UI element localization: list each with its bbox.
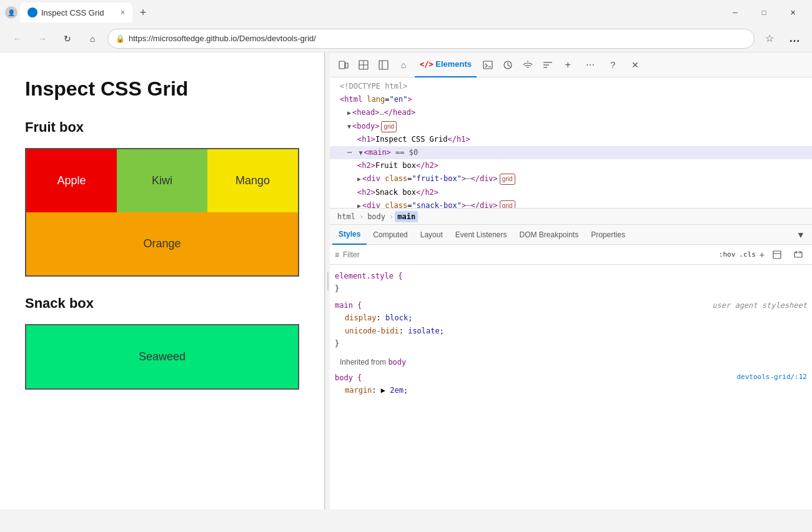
main-rule: main { user agent stylesheet display: bl… (335, 299, 807, 350)
snack-grid: Seaweed (25, 324, 299, 390)
minimize-button[interactable]: ─ (721, 2, 750, 22)
inherited-body-link[interactable]: body (388, 358, 406, 367)
fruit-kiwi: Kiwi (117, 149, 207, 212)
close-button[interactable]: ✕ (778, 2, 807, 22)
more-button[interactable]: … (785, 29, 805, 49)
browser-chrome: 👤 Inspect CSS Grid × + ─ □ ✕ ← → ↻ ⌂ 🔒 h… (0, 0, 812, 52)
svg-rect-1 (345, 63, 348, 68)
address-bar: ← → ↻ ⌂ 🔒 https://microsoftedge.github.i… (0, 25, 812, 52)
tab-close-button[interactable]: × (121, 8, 125, 17)
breadcrumb-main[interactable]: main (395, 211, 418, 222)
main-line[interactable]: ⋯ ▼<main> == $0 (330, 146, 812, 159)
tab-dom-breakpoints[interactable]: DOM Breakpoints (513, 225, 585, 245)
application-button[interactable] (539, 56, 557, 74)
breadcrumb-html[interactable]: html (335, 211, 358, 222)
window-controls: ─ □ ✕ (721, 2, 807, 22)
elements-tab[interactable]: </> Elements (415, 52, 477, 77)
svg-rect-0 (339, 61, 345, 69)
device-emulation-button[interactable] (335, 56, 352, 74)
div-snack-line[interactable]: ▶<div class="snack-box">⋯</div>grid (330, 199, 812, 209)
tab-layout[interactable]: Layout (414, 225, 449, 245)
devtools-panel: ⌂ </> Elements + ⋯ ? ✕ (330, 52, 812, 510)
svg-rect-16 (795, 252, 802, 257)
tab-styles[interactable]: Styles (332, 225, 367, 245)
devtools-toolbar: ⌂ </> Elements + ⋯ ? ✕ (330, 52, 812, 77)
back-button[interactable]: ← (7, 29, 27, 49)
page-main-title: Inspect CSS Grid (25, 77, 299, 101)
favorites-button[interactable]: ☆ (760, 29, 780, 49)
forward-button[interactable]: → (32, 29, 52, 49)
div-fruit-line[interactable]: ▶<div class="fruit-box">⋯</div>grid (330, 172, 812, 185)
main-layout: Inspect CSS Grid Fruit box Apple Kiwi Ma… (0, 52, 812, 510)
tab-bar: Inspect CSS Grid × + (17, 1, 155, 24)
console-button[interactable] (479, 56, 497, 74)
panel-tabs-more[interactable]: ▼ (792, 226, 810, 244)
tab-title: Inspect CSS Grid (41, 8, 104, 17)
hov-button[interactable]: :hov (719, 250, 736, 259)
add-style-rule-button[interactable]: + (760, 250, 765, 260)
network-button[interactable] (519, 56, 537, 74)
svg-rect-5 (379, 61, 388, 69)
styles-content: element.style { } main { user agent styl… (330, 265, 812, 406)
performance-button[interactable] (499, 56, 517, 74)
body-line[interactable]: ▼<body>grid (330, 120, 812, 133)
new-tab-button[interactable]: + (134, 3, 152, 22)
doctype-line[interactable]: <!DOCTYPE html> (330, 80, 812, 93)
snack-box-heading: Snack box (25, 295, 299, 312)
home-devtools-button[interactable]: ⌂ (395, 56, 412, 74)
element-style-rule: element.style { } (335, 270, 807, 295)
filter-input[interactable] (343, 250, 715, 259)
toggle-sidebar-button[interactable] (375, 56, 392, 74)
h2-snack-line[interactable]: <h2>Snack box</h2> (330, 186, 812, 199)
body-rule: body { devtools-grid/:12 margin: ▶ 2em; (335, 372, 807, 397)
resize-indicator (327, 272, 329, 290)
inherited-label: Inherited from body (335, 353, 807, 371)
home-button[interactable]: ⌂ (82, 29, 102, 49)
fruit-orange: Orange (26, 212, 298, 275)
refresh-button[interactable]: ↻ (57, 29, 77, 49)
svg-rect-14 (773, 251, 781, 259)
breadcrumb-body[interactable]: body (365, 211, 388, 222)
fruit-mango: Mango (207, 149, 298, 212)
maximize-button[interactable]: □ (750, 2, 778, 22)
more-tools-button[interactable]: ⋯ (582, 56, 599, 74)
tab-properties[interactable]: Properties (585, 225, 631, 245)
tab-computed[interactable]: Computed (367, 225, 413, 245)
h1-line[interactable]: <h1>Inspect CSS Grid</h1> (330, 133, 812, 146)
devtools-more-button[interactable]: ⋯ ? ✕ (582, 56, 644, 74)
panel-more-button[interactable]: ▼ (792, 226, 810, 244)
resize-handle[interactable] (325, 52, 330, 510)
filter-icon: ≡ (335, 250, 339, 259)
styles-toolbar: ≡ :hov .cls + (330, 245, 812, 265)
edge-icon (27, 7, 37, 17)
webpage-content: Inspect CSS Grid Fruit box Apple Kiwi Ma… (0, 52, 325, 510)
svg-rect-7 (483, 61, 492, 69)
add-tool-button[interactable]: + (559, 56, 577, 74)
fruit-box-heading: Fruit box (25, 119, 299, 135)
active-tab[interactable]: Inspect CSS Grid × (20, 2, 132, 22)
url-bar[interactable]: 🔒 https://microsoftedge.github.io/Demos/… (107, 29, 755, 49)
fruit-section: Fruit box Apple Kiwi Mango Orange (25, 119, 299, 277)
breadcrumb-bar: html › body › main (330, 209, 812, 225)
lock-icon: 🔒 (116, 34, 125, 43)
cls-button[interactable]: .cls (739, 250, 756, 259)
elements-panel: <!DOCTYPE html> <html lang="en"> ▶<head>… (330, 77, 812, 209)
user-icon: 👤 (5, 6, 17, 19)
help-button[interactable]: ? (604, 56, 621, 74)
title-bar: 👤 Inspect CSS Grid × + ─ □ ✕ (0, 0, 812, 25)
snack-seaweed: Seaweed (26, 325, 298, 388)
inspect-element-button[interactable] (355, 56, 372, 74)
html-open-line[interactable]: <html lang="en"> (330, 93, 812, 106)
h2-fruit-line[interactable]: <h2>Fruit box</h2> (330, 159, 812, 172)
fruit-grid: Apple Kiwi Mango Orange (25, 148, 299, 277)
panel-tabs: Styles Computed Layout Event Listeners D… (330, 225, 812, 245)
url-text: https://microsoftedge.github.io/Demos/de… (129, 34, 746, 43)
head-line[interactable]: ▶<head>…</head> (330, 106, 812, 119)
fruit-apple: Apple (26, 149, 117, 212)
computed-style-button[interactable] (768, 246, 786, 264)
devtools-grid-source-link[interactable]: devtools-grid/:12 (736, 372, 807, 383)
tab-event-listeners[interactable]: Event Listeners (449, 225, 513, 245)
toggle-changes-button[interactable] (790, 246, 807, 264)
snack-section: Snack box Seaweed (25, 295, 299, 390)
close-devtools-button[interactable]: ✕ (626, 56, 644, 74)
